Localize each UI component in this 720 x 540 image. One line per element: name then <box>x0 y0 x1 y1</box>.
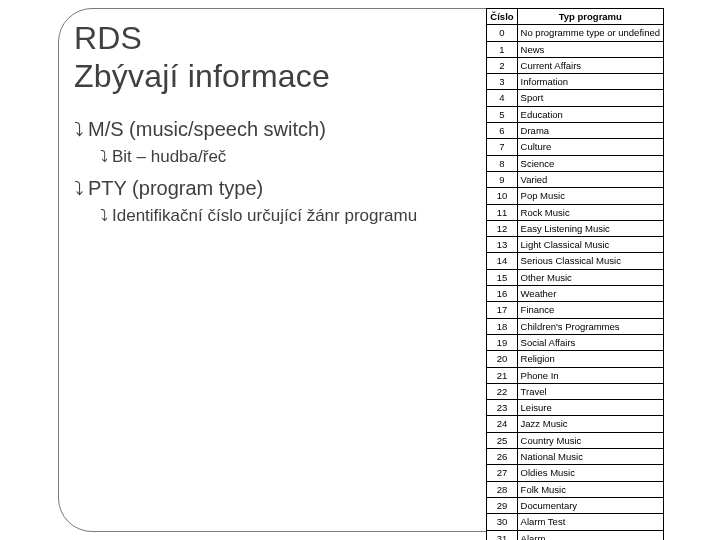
table-cell-type: Alarm Test <box>517 514 663 530</box>
bullet-icon: ⤵ <box>74 120 84 139</box>
slide: RDS Zbývají informace ⤵ M/S (music/speec… <box>0 0 720 540</box>
table-row: 10Pop Music <box>487 188 664 204</box>
table-row: 24Jazz Music <box>487 416 664 432</box>
table-cell-type: Drama <box>517 123 663 139</box>
table-row: 14Serious Classical Music <box>487 253 664 269</box>
table-cell-type: Information <box>517 74 663 90</box>
bullet-ms-sub: ⤵ Bit – hudba/řeč <box>100 147 494 167</box>
table-cell-number: 15 <box>487 269 517 285</box>
table-header-row: Číslo Typ programu <box>487 9 664 25</box>
table-cell-number: 30 <box>487 514 517 530</box>
table-row: 13Light Classical Music <box>487 237 664 253</box>
table-row: 27Oldies Music <box>487 465 664 481</box>
table-cell-type: Science <box>517 155 663 171</box>
table-row: 7Culture <box>487 139 664 155</box>
table-cell-number: 14 <box>487 253 517 269</box>
slide-title: RDS Zbývají informace <box>74 20 330 96</box>
table-row: 4Sport <box>487 90 664 106</box>
table-cell-type: News <box>517 41 663 57</box>
table-cell-type: Travel <box>517 383 663 399</box>
table-head-type: Typ programu <box>517 9 663 25</box>
table-cell-number: 25 <box>487 432 517 448</box>
table-row: 2Current Affairs <box>487 57 664 73</box>
table-cell-type: Children's Programmes <box>517 318 663 334</box>
table-cell-type: National Music <box>517 449 663 465</box>
table-cell-type: Education <box>517 106 663 122</box>
bullet-pty: ⤵ PTY (program type) <box>74 177 494 200</box>
table-cell-number: 8 <box>487 155 517 171</box>
table-cell-number: 16 <box>487 286 517 302</box>
table-cell-number: 9 <box>487 171 517 187</box>
table-cell-number: 7 <box>487 139 517 155</box>
bullet-icon: ⤵ <box>74 179 84 198</box>
table-cell-number: 13 <box>487 237 517 253</box>
table-cell-number: 5 <box>487 106 517 122</box>
table-cell-number: 22 <box>487 383 517 399</box>
table-cell-type: Pop Music <box>517 188 663 204</box>
table-cell-type: Sport <box>517 90 663 106</box>
bullet-icon: ⤵ <box>100 149 108 165</box>
table-cell-number: 20 <box>487 351 517 367</box>
table-cell-type: No programme type or undefined <box>517 25 663 41</box>
table-row: 21Phone In <box>487 367 664 383</box>
table-cell-type: Weather <box>517 286 663 302</box>
bullet-text: Identifikační číslo určující žánr progra… <box>112 206 417 226</box>
bullet-text: M/S (music/speech switch) <box>88 118 326 141</box>
table-row: 15Other Music <box>487 269 664 285</box>
table-cell-number: 11 <box>487 204 517 220</box>
table-cell-type: Varied <box>517 171 663 187</box>
table-cell-number: 23 <box>487 400 517 416</box>
table-row: 1News <box>487 41 664 57</box>
table-cell-number: 10 <box>487 188 517 204</box>
table-cell-number: 2 <box>487 57 517 73</box>
bullet-icon: ⤵ <box>100 208 108 224</box>
table-row: 17Finance <box>487 302 664 318</box>
table-cell-number: 0 <box>487 25 517 41</box>
program-type-table: Číslo Typ programu 0No programme type or… <box>486 8 664 540</box>
table-row: 25Country Music <box>487 432 664 448</box>
table-cell-number: 31 <box>487 530 517 540</box>
table-cell-number: 12 <box>487 220 517 236</box>
table-row: 12Easy Listening Music <box>487 220 664 236</box>
table-row: 19Social Affairs <box>487 334 664 350</box>
table-cell-number: 3 <box>487 74 517 90</box>
table-cell-type: Light Classical Music <box>517 237 663 253</box>
table-cell-type: Social Affairs <box>517 334 663 350</box>
table-row: 11Rock Music <box>487 204 664 220</box>
table-cell-number: 19 <box>487 334 517 350</box>
table-cell-number: 6 <box>487 123 517 139</box>
table-head-number: Číslo <box>487 9 517 25</box>
table-cell-number: 28 <box>487 481 517 497</box>
table-row: 3Information <box>487 74 664 90</box>
table-cell-type: Folk Music <box>517 481 663 497</box>
table-row: 5Education <box>487 106 664 122</box>
table-cell-number: 27 <box>487 465 517 481</box>
bullet-text: Bit – hudba/řeč <box>112 147 226 167</box>
table-cell-number: 4 <box>487 90 517 106</box>
table-row: 20Religion <box>487 351 664 367</box>
table-cell-type: Other Music <box>517 269 663 285</box>
table-cell-type: Leisure <box>517 400 663 416</box>
table-row: 6Drama <box>487 123 664 139</box>
table-row: 8Science <box>487 155 664 171</box>
table-row: 16Weather <box>487 286 664 302</box>
table-row: 22Travel <box>487 383 664 399</box>
table-cell-number: 26 <box>487 449 517 465</box>
table-cell-type: Phone In <box>517 367 663 383</box>
table-cell-type: Easy Listening Music <box>517 220 663 236</box>
table-cell-type: Serious Classical Music <box>517 253 663 269</box>
table-cell-type: Finance <box>517 302 663 318</box>
title-line-2: Zbývají informace <box>74 58 330 94</box>
table-body: 0No programme type or undefined1News2Cur… <box>487 25 664 540</box>
table-cell-type: Rock Music <box>517 204 663 220</box>
slide-body: ⤵ M/S (music/speech switch) ⤵ Bit – hudb… <box>74 118 494 235</box>
table-cell-number: 17 <box>487 302 517 318</box>
table-row: 18Children's Programmes <box>487 318 664 334</box>
table-cell-type: Jazz Music <box>517 416 663 432</box>
table-row: 31Alarm <box>487 530 664 540</box>
table-cell-type: Current Affairs <box>517 57 663 73</box>
table-cell-number: 18 <box>487 318 517 334</box>
table-cell-number: 29 <box>487 497 517 513</box>
table-row: 0No programme type or undefined <box>487 25 664 41</box>
table-row: 29Documentary <box>487 497 664 513</box>
